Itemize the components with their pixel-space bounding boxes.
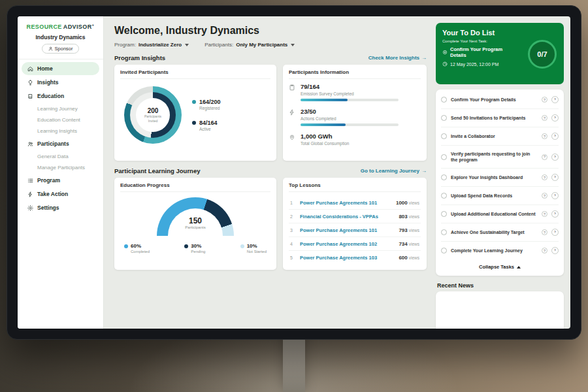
sidebar-item-settings[interactable]: Settings <box>22 201 99 214</box>
donut-legend: 164/200 Registered 84/164 Active <box>192 99 221 131</box>
task-row[interactable]: Invite a Collaborator ? › <box>441 127 559 146</box>
person-icon <box>48 46 53 51</box>
program-insights-header: Program Insights Check More Insights→ <box>114 54 427 61</box>
learning-journey-cards: Education Progress 150 Participants <box>114 178 427 270</box>
sidebar-item-program[interactable]: Program <box>22 174 99 187</box>
stat-row: 23/50 Actions Completed <box>289 108 421 126</box>
sidebar-item-general-data[interactable]: General Data <box>18 151 103 162</box>
help-icon[interactable]: ? <box>542 154 547 160</box>
task-row[interactable]: Upload Spend Data Records ? › <box>441 187 559 205</box>
legend-item: 30% Pending <box>184 243 205 253</box>
lesson-row: 1 Power Purchase Agreements 101 1000view… <box>289 196 421 210</box>
chevron-right-icon[interactable]: › <box>551 133 559 140</box>
help-icon[interactable]: ? <box>542 211 547 217</box>
chevron-right-icon[interactable]: › <box>551 154 559 161</box>
main-content: Welcome, Industry Dynamics Program: Indu… <box>104 16 434 329</box>
sidebar-item-education-content[interactable]: Education Content <box>18 114 103 125</box>
arrow-right-icon: → <box>421 168 427 174</box>
lesson-row: 3 Power Purchase Agreements 101 793views <box>289 223 421 237</box>
arrow-right-icon: → <box>421 55 427 61</box>
task-row[interactable]: Complete Your Learning Journey ? › <box>441 242 559 259</box>
education-progress-card: Education Progress 150 Participants <box>114 178 276 270</box>
chevron-up-icon <box>517 266 521 269</box>
chevron-right-icon[interactable]: › <box>551 247 559 254</box>
help-icon[interactable]: ? <box>542 174 547 180</box>
help-icon[interactable]: ? <box>542 193 547 199</box>
lesson-link[interactable]: Power Purchase Agreements 101 <box>300 200 391 206</box>
gauge-center-label: Participants <box>157 225 234 229</box>
sidebar-item-home[interactable]: Home <box>22 62 99 75</box>
location-pin-icon <box>289 133 295 140</box>
lesson-link[interactable]: Power Purchase Agreements 102 <box>300 241 394 247</box>
legend-item: 84/164 Active <box>192 120 221 131</box>
legend-dot-registered <box>192 100 196 104</box>
go-to-learning-journey-link[interactable]: Go to Learning Journey→ <box>361 168 427 174</box>
lesson-link[interactable]: Power Purchase Agreements 101 <box>300 227 394 233</box>
sidebar-item-participants[interactable]: Participants <box>22 137 99 150</box>
sidebar-item-take-action[interactable]: Take Action <box>22 188 99 201</box>
sidebar-item-insights[interactable]: Insights <box>22 76 99 89</box>
legend-dot-active <box>192 121 196 125</box>
chevron-right-icon[interactable]: › <box>551 210 559 218</box>
program-filter[interactable]: Program: Industrialize Zero <box>114 42 189 48</box>
collapse-tasks-link[interactable]: Collapse Tasks <box>441 259 559 273</box>
app-screen: RESOURCEADVISOR+ Industry Dynamics Spons… <box>18 16 570 329</box>
top-lessons-card: Top Lessons 1 Power Purchase Agreements … <box>283 178 427 270</box>
sidebar-item-manage-participants[interactable]: Manage Participants <box>18 162 103 173</box>
monitor-bezel: RESOURCEADVISOR+ Industry Dynamics Spons… <box>7 5 581 340</box>
checkbox-circle[interactable] <box>441 193 447 199</box>
checkbox-circle[interactable] <box>441 229 447 235</box>
checkbox-circle[interactable] <box>441 248 447 253</box>
book-icon <box>27 93 33 99</box>
invited-participants-donut: 200 Participants Invited <box>124 86 182 144</box>
people-icon <box>27 141 33 147</box>
checkbox-circle[interactable] <box>441 211 447 217</box>
todo-progress-ring: 0/7 <box>528 40 557 69</box>
task-row[interactable]: Confirm Your Program Details ? › <box>441 91 559 109</box>
task-row[interactable]: Explore Your Insights Dashboard ? › <box>441 169 559 187</box>
help-icon[interactable]: ? <box>542 248 547 253</box>
list-icon <box>27 178 33 184</box>
education-progress-gauge: 150 Participants <box>157 197 234 237</box>
chevron-right-icon[interactable]: › <box>551 174 559 181</box>
chevron-down-icon <box>185 44 189 46</box>
task-row[interactable]: Send 50 Invitations to Participants ? › <box>441 109 559 127</box>
chevron-right-icon[interactable]: › <box>551 192 559 199</box>
task-row[interactable]: Upload Additional Educational Content ? … <box>441 205 559 223</box>
filter-bar: Program: Industrialize Zero Participants… <box>114 42 427 48</box>
chevron-right-icon[interactable]: › <box>551 96 559 103</box>
checkbox-circle[interactable] <box>441 97 447 103</box>
home-icon <box>27 66 33 72</box>
sidebar-item-learning-insights[interactable]: Learning Insights <box>18 125 103 137</box>
task-list: Confirm Your Program Details ? › Send 50… <box>436 90 564 276</box>
recent-news-card <box>436 291 564 329</box>
chevron-right-icon[interactable]: › <box>551 114 559 122</box>
checkbox-circle[interactable] <box>441 174 447 180</box>
participants-information-card: Participants Information 79/164 Emission… <box>283 65 427 161</box>
sidebar-item-learning-journey[interactable]: Learning Journey <box>18 103 103 114</box>
task-row[interactable]: Verify participants requesting to join t… <box>441 146 559 169</box>
legend-item: 10% Not Started <box>240 243 267 253</box>
bolt-icon <box>289 108 295 116</box>
lesson-row: 4 Power Purchase Agreements 102 734views <box>289 237 421 251</box>
chevron-right-icon[interactable]: › <box>551 229 559 236</box>
help-icon[interactable]: ? <box>542 229 547 235</box>
help-icon[interactable]: ? <box>542 115 547 121</box>
clipboard-icon <box>289 83 295 91</box>
checkbox-circle[interactable] <box>441 133 447 139</box>
participants-filter[interactable]: Participants: Only My Participants <box>204 42 295 48</box>
checkbox-circle[interactable] <box>441 154 447 160</box>
section-title-learning-journey: Participant Learning Journey <box>114 167 200 174</box>
sponsor-badge[interactable]: Sponsor <box>42 44 80 54</box>
org-name: Industry Dynamics <box>18 34 103 41</box>
checkbox-circle[interactable] <box>441 115 447 121</box>
legend-dot-completed <box>124 244 128 248</box>
help-icon[interactable]: ? <box>542 133 547 139</box>
check-more-insights-link[interactable]: Check More Insights→ <box>368 55 427 61</box>
sidebar-item-education[interactable]: Education <box>22 90 99 103</box>
help-icon[interactable]: ? <box>542 97 547 103</box>
gauge-center-value: 150 <box>157 216 234 225</box>
lesson-link[interactable]: Financial Considerations - VPPAs <box>300 214 394 220</box>
task-row[interactable]: Achieve One Sustainability Target ? › <box>441 223 559 242</box>
lesson-link[interactable]: Power Purchase Agreements 103 <box>300 255 394 261</box>
